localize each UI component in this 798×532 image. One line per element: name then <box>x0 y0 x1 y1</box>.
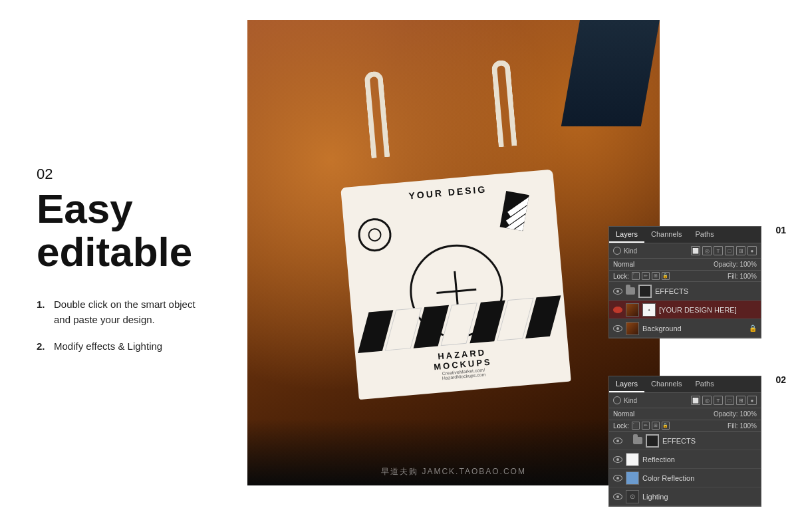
icon-effect: ● <box>747 246 757 255</box>
layer-name-reflection-2: Reflection <box>642 456 757 464</box>
layers-search-2: Kind ⬜ ◎ T □ ⊞ ● <box>609 393 761 408</box>
tote-background: YOUR DESIG <box>247 20 660 485</box>
layer-row-effects-1[interactable]: EFFECTS <box>609 282 761 301</box>
eye-icon-effects-2[interactable] <box>613 438 622 444</box>
lock-row-2: Lock: ⬛ ✏ ⊞ 🔒 Fill: 100% <box>609 420 761 432</box>
layer-mask-effects-2 <box>646 434 659 448</box>
layer-name-bg-1: Background <box>642 325 745 332</box>
center-image: YOUR DESIG <box>247 20 660 485</box>
lock-bg-1: 🔒 <box>749 325 757 332</box>
icon-effect-2: ● <box>747 396 757 405</box>
layers-panel-2: Layers Channels Paths Kind ⬜ ◎ T □ ⊞ ● N… <box>608 376 761 507</box>
layer-name-lighting-2: Lighting <box>642 493 757 501</box>
blend-mode-1: Normal <box>613 261 634 268</box>
search-icon-2 <box>613 396 621 404</box>
layer-row-effects-2[interactable]: EFFECTS <box>609 432 761 450</box>
layer-name-color-reflection-2: Color Reflection <box>642 474 757 482</box>
blend-row-1: Normal Opacity: 100% <box>609 259 761 271</box>
instruction-1: 1. Double click on the smart object and … <box>37 297 209 327</box>
instruction-2-num: 2. <box>37 339 54 354</box>
icon-shape: □ <box>725 246 734 255</box>
lock-pixels-2: ⬛ <box>632 422 640 430</box>
swatch-reflection-2 <box>626 453 639 466</box>
watermark: 早道夫购 JAMCK.TAOBAO.COM <box>381 466 526 477</box>
layers-tabs-1: Layers Channels Paths <box>609 227 761 243</box>
tab-channels-1[interactable]: Channels <box>644 227 688 243</box>
your-design-text: YOUR DESIG <box>408 184 487 201</box>
hazard-stripes <box>362 296 557 352</box>
lock-artboard-2: ⊞ <box>652 422 660 430</box>
eye-icon-color-reflection-2[interactable] <box>613 475 622 481</box>
blend-mode-2: Normal <box>613 410 634 418</box>
lighting-icon-2: ⊙ <box>626 490 639 503</box>
instruction-2-text: Modify effects & Lighting <box>54 339 209 354</box>
layers-search-1: Kind ⬜ ◎ T □ ⊞ ● <box>609 243 761 259</box>
layer-name-effects-2: EFFECTS <box>662 437 757 445</box>
search-icon-1 <box>613 247 621 255</box>
tab-layers-2[interactable]: Layers <box>609 376 644 392</box>
globe-inner <box>368 227 382 242</box>
fill-2: Fill: 100% <box>728 422 757 430</box>
layer-row-reflection-2[interactable]: Reflection <box>609 450 761 469</box>
layer-type-icons-2: ⬜ ◎ T □ ⊞ ● <box>691 396 757 405</box>
icon-smart-2: ⊞ <box>736 396 745 405</box>
icon-type-2: T <box>714 396 723 405</box>
icon-adjust: ◎ <box>702 246 712 255</box>
lock-label-1: Lock: <box>613 273 629 280</box>
instruction-1-num: 1. <box>37 297 54 313</box>
icon-pixel-2: ⬜ <box>691 396 700 405</box>
layer-row-color-reflection-2[interactable]: Color Reflection <box>609 469 761 487</box>
main-title: Easy editable <box>37 187 209 273</box>
layer-thumb-design-mask-1: ✦ <box>642 303 656 317</box>
lock-artboard: ⊞ <box>652 272 660 280</box>
panel-2-label: 02 <box>775 374 786 385</box>
blend-row-2: Normal Opacity: 100% <box>609 408 761 420</box>
layer-thumb-bg-1 <box>626 322 639 335</box>
tab-channels-2[interactable]: Channels <box>644 376 688 392</box>
kind-label-1: Kind <box>624 247 637 255</box>
lock-all: 🔒 <box>662 272 670 280</box>
opacity-2: Opacity: 100% <box>714 410 757 418</box>
left-panel: 02 Easy editable 1. Double click on the … <box>0 0 246 532</box>
layer-row-bg-1[interactable]: Background 🔒 <box>609 319 761 338</box>
layer-type-icons-1: ⬜ ◎ T □ ⊞ ● <box>691 246 757 255</box>
eye-icon-design-1[interactable] <box>613 307 622 313</box>
eye-icon-reflection-2[interactable] <box>613 456 622 463</box>
instruction-2: 2. Modify effects & Lighting <box>37 339 209 354</box>
opacity-1: Opacity: 100% <box>714 261 757 268</box>
folder-icon-effects-1 <box>626 287 635 295</box>
brand-text: HAZARDMOCKUPS CreativeMarket.com/HazardM… <box>432 347 493 381</box>
kind-label-2: Kind <box>624 397 637 404</box>
eye-icon-lighting-2[interactable] <box>613 493 622 500</box>
globe-icon <box>356 217 392 253</box>
swatch-color-reflection-2 <box>626 471 639 485</box>
step-number: 02 <box>37 166 209 183</box>
tab-paths-1[interactable]: Paths <box>689 227 721 243</box>
eye-icon-bg-1[interactable] <box>613 325 622 332</box>
tag <box>500 191 529 231</box>
lock-icons-2: ⬛ ✏ ⊞ 🔒 <box>632 422 670 430</box>
instructions-list: 1. Double click on the smart object and … <box>37 297 209 366</box>
icon-shape-2: □ <box>725 396 734 405</box>
layer-name-design-1: [YOUR DESIGN HERE] <box>659 306 757 314</box>
fill-1: Fill: 100% <box>728 273 757 280</box>
lock-row-1: Lock: ⬛ ✏ ⊞ 🔒 Fill: 100% <box>609 271 761 282</box>
instruction-1-text: Double click on the smart object and pas… <box>54 297 209 327</box>
layers-panel-1: Layers Channels Paths Kind ⬜ ◎ T □ ⊞ ● N… <box>608 226 761 338</box>
icon-adjust-2: ◎ <box>702 396 712 405</box>
lock-position: ✏ <box>642 272 650 280</box>
tote-bag: YOUR DESIG <box>316 114 591 402</box>
layer-name-effects-1: EFFECTS <box>655 287 757 295</box>
lock-position-2: ✏ <box>642 422 650 430</box>
tab-paths-2[interactable]: Paths <box>689 376 721 392</box>
icon-smart: ⊞ <box>736 246 745 255</box>
lock-icons-1: ⬛ ✏ ⊞ 🔒 <box>632 272 670 280</box>
tab-layers-1[interactable]: Layers <box>609 227 644 243</box>
panel-1-label: 01 <box>775 225 786 235</box>
layer-row-lighting-2[interactable]: ⊙ Lighting <box>609 487 761 506</box>
lock-pixels: ⬛ <box>632 272 640 280</box>
eye-icon-effects-1[interactable] <box>613 288 622 295</box>
layer-row-design-1[interactable]: ✦ [YOUR DESIGN HERE] <box>609 301 761 319</box>
tote-body: YOUR DESIG <box>340 170 571 400</box>
icon-pixel: ⬜ <box>691 246 700 255</box>
